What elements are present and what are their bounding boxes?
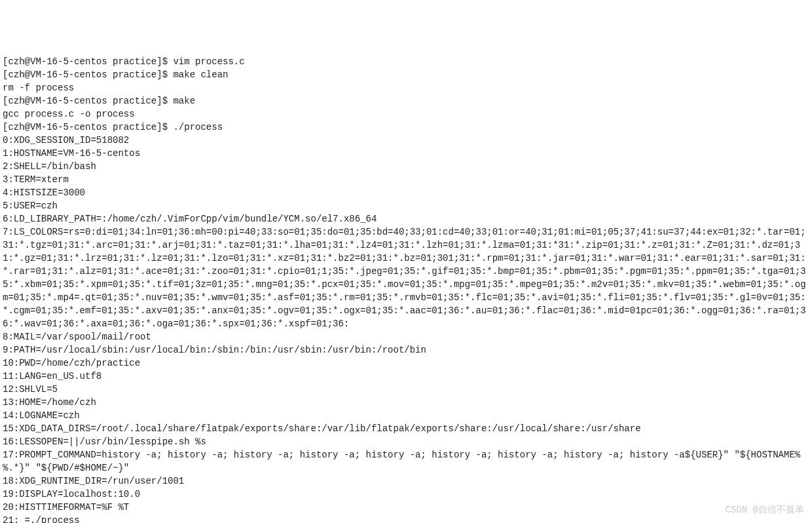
watermark-text: CSDN @自信不孤单 [726,503,804,516]
terminal-output: [czh@VM-16-5-centos practice]$ vim proce… [3,55,809,523]
